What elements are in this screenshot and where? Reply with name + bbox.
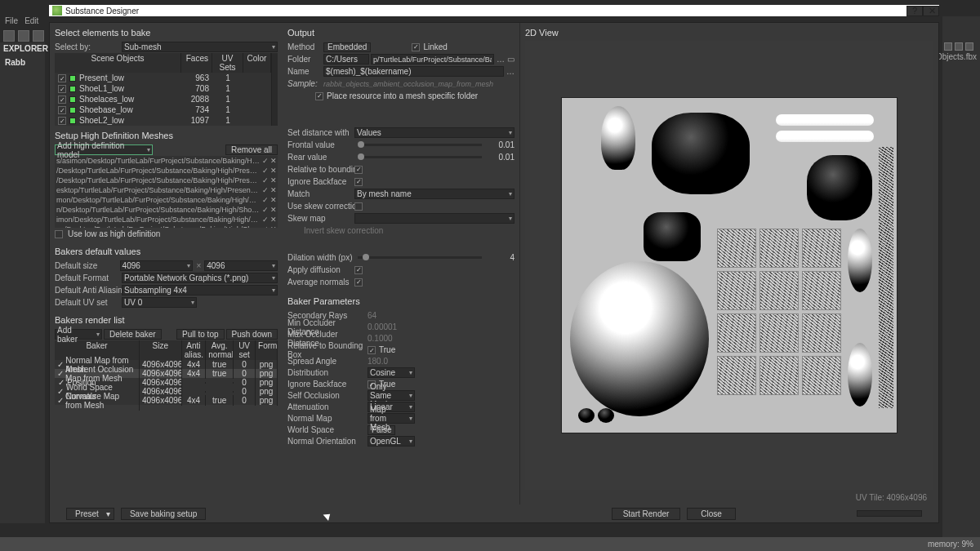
- rear-slider[interactable]: [358, 156, 482, 158]
- param-dropdown[interactable]: Only Same Mesh: [368, 390, 415, 401]
- list-item[interactable]: imon/Desktop/TurtleLab/FurProject/Substa…: [55, 215, 278, 224]
- section-bakers-defaults: Bakers default values: [55, 247, 278, 256]
- remove-icon[interactable]: ✕: [270, 157, 278, 165]
- default-uv-dropdown[interactable]: UV 0: [122, 297, 197, 308]
- tool-icon[interactable]: [33, 30, 44, 42]
- color-swatch: [69, 75, 76, 82]
- check-icon[interactable]: ✓: [261, 176, 270, 184]
- delete-baker-button[interactable]: Delete baker: [104, 329, 162, 340]
- default-size-w[interactable]: 4096: [120, 260, 194, 271]
- save-setup-button[interactable]: Save baking setup: [121, 508, 206, 520]
- 2d-viewport[interactable]: [525, 41, 933, 490]
- skew-checkbox[interactable]: [354, 202, 363, 211]
- remove-icon[interactable]: ✕: [270, 225, 278, 228]
- param-label: Spread Angle: [287, 357, 368, 366]
- panel-icon[interactable]: [944, 42, 952, 51]
- start-render-button[interactable]: Start Render: [612, 508, 680, 520]
- frontal-slider[interactable]: [358, 144, 482, 146]
- row-checkbox[interactable]: ✓: [58, 96, 66, 104]
- check-icon[interactable]: ✓: [261, 216, 270, 224]
- avgnorm-checkbox[interactable]: ✓: [354, 278, 363, 287]
- folder-base-input[interactable]: [323, 54, 369, 64]
- remove-icon[interactable]: ✕: [270, 186, 278, 194]
- push-down-button[interactable]: Push down: [226, 329, 278, 340]
- scrollbar[interactable]: [271, 53, 278, 126]
- remove-icon[interactable]: ✕: [270, 167, 278, 175]
- name-pattern-input[interactable]: [323, 66, 504, 77]
- folder-more-icon[interactable]: …: [497, 55, 505, 64]
- name-more-icon[interactable]: …: [506, 67, 514, 76]
- dilation-slider[interactable]: [358, 256, 482, 259]
- close-modal-button[interactable]: Close: [687, 508, 736, 520]
- menu-file[interactable]: File: [5, 16, 18, 28]
- panel-icon[interactable]: [965, 42, 973, 51]
- remove-icon[interactable]: ✕: [270, 196, 278, 204]
- explorer-item[interactable]: Rabb: [0, 55, 45, 70]
- row-checkbox[interactable]: ✓: [58, 85, 66, 93]
- match-dropdown[interactable]: By mesh name: [354, 189, 514, 199]
- folder-browse-icon[interactable]: ▭: [507, 55, 514, 64]
- table-row[interactable]: ✓ShoeL1_low7081: [55, 83, 271, 94]
- panel-icon[interactable]: [955, 42, 963, 51]
- remove-icon[interactable]: ✕: [270, 206, 278, 214]
- linked-checkbox[interactable]: ✓: [412, 43, 420, 51]
- close-button[interactable]: ✕: [923, 6, 939, 16]
- use-low-checkbox[interactable]: [55, 230, 63, 238]
- param-dropdown[interactable]: Cosine: [368, 367, 415, 378]
- relbb-checkbox[interactable]: ✓: [354, 166, 363, 174]
- check-icon[interactable]: ✓: [261, 225, 270, 228]
- skewmap-dropdown: [354, 213, 514, 224]
- folder-path-input[interactable]: [371, 54, 494, 64]
- table-row[interactable]: ✓Present_low9631: [55, 73, 271, 83]
- setdist-dropdown[interactable]: Values: [354, 127, 514, 138]
- default-format-dropdown[interactable]: Portable Network Graphics (*.png): [122, 273, 278, 283]
- list-item[interactable]: on/Desktop/TurtleLab/FurProject/Substanc…: [55, 224, 278, 228]
- param-value[interactable]: 180.0: [368, 357, 388, 366]
- param-dropdown[interactable]: OpenGL: [368, 436, 415, 447]
- tool-icon[interactable]: [3, 30, 15, 42]
- tool-icon[interactable]: [18, 30, 29, 42]
- row-checkbox[interactable]: ✓: [58, 74, 66, 82]
- baker-size: 4096x4096: [140, 395, 182, 406]
- remove-all-button[interactable]: Remove all: [225, 144, 278, 155]
- method-embedded[interactable]: Embedded: [323, 42, 371, 52]
- menu-edit[interactable]: Edit: [24, 16, 38, 28]
- row-checkbox[interactable]: ✓: [58, 106, 66, 114]
- check-icon[interactable]: ✓: [261, 206, 270, 214]
- remove-icon[interactable]: ✕: [270, 216, 278, 224]
- row-checkbox[interactable]: ✓: [57, 396, 64, 405]
- add-hd-model-button[interactable]: Add high definition model: [55, 144, 153, 155]
- param-value[interactable]: 64: [368, 311, 376, 320]
- param-dropdown[interactable]: Map from Mesh: [368, 413, 415, 424]
- row-checkbox[interactable]: ✓: [58, 117, 66, 125]
- appdif-checkbox[interactable]: ✓: [354, 266, 363, 274]
- help-button[interactable]: ?: [906, 6, 923, 16]
- pull-top-button[interactable]: Pull to top: [176, 329, 224, 340]
- check-icon[interactable]: ✓: [261, 186, 270, 194]
- list-item[interactable]: n/Desktop/TurtleLab/FurProject/Substance…: [55, 205, 278, 215]
- param-value[interactable]: 0.1000: [368, 334, 393, 343]
- place-resource-checkbox[interactable]: ✓: [315, 92, 323, 100]
- default-aa-dropdown[interactable]: Subsampling 4x4: [122, 285, 278, 295]
- list-item[interactable]: esktop/TurtleLab/FurProject/Substance/Ba…: [55, 185, 278, 195]
- select-by-dropdown[interactable]: Sub-mesh: [122, 42, 278, 52]
- check-icon[interactable]: ✓: [261, 196, 270, 204]
- preset-dropdown[interactable]: Preset▾: [66, 508, 114, 520]
- list-item[interactable]: /Desktop/TurtleLab/FurProject/Substance/…: [55, 176, 278, 185]
- table-row[interactable]: ✓Curvature Map from Mesh4096x40964x4true…: [55, 396, 278, 405]
- check-icon[interactable]: ✓: [261, 167, 270, 175]
- param-checkbox[interactable]: ✓: [368, 346, 376, 354]
- default-size-h[interactable]: 4096: [204, 260, 278, 271]
- list-item[interactable]: mon/Desktop/TurtleLab/FurProject/Substan…: [55, 195, 278, 205]
- table-row[interactable]: ✓ShoeL2_low10971: [55, 115, 271, 126]
- add-baker-button[interactable]: Add baker: [55, 329, 102, 340]
- table-row[interactable]: ✓Shoelaces_low20881: [55, 94, 271, 104]
- table-row[interactable]: ✓Shoebase_low7341: [55, 104, 271, 115]
- section-baker-params: Baker Parameters: [287, 296, 514, 306]
- param-value[interactable]: 0.00001: [368, 322, 397, 331]
- list-item[interactable]: /Desktop/TurtleLab/FurProject/Substance/…: [55, 166, 278, 176]
- check-icon[interactable]: ✓: [261, 157, 270, 165]
- remove-icon[interactable]: ✕: [270, 176, 278, 184]
- ignbf-checkbox[interactable]: ✓: [354, 178, 363, 186]
- param-label: Ignore Backface: [287, 380, 368, 389]
